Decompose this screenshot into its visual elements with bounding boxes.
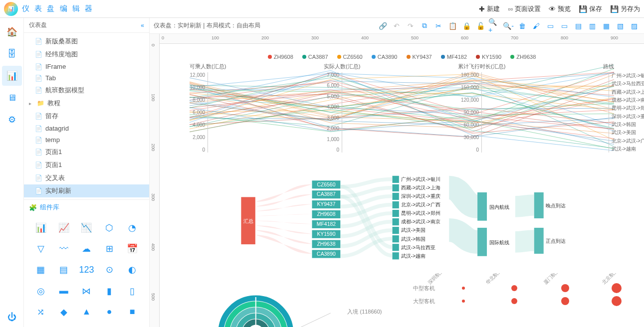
- svg-text:正点到达: 正点到达: [546, 238, 566, 244]
- nav-screen[interactable]: 🖥: [2, 88, 22, 108]
- header-actions: ✚新建 ▫▫页面设置 👁预览 💾保存 💾另存为: [479, 4, 640, 13]
- component-item[interactable]: ▦: [30, 261, 52, 279]
- tree-label: temp: [45, 136, 60, 144]
- axis-tick: 2,000: [190, 135, 206, 140]
- align-5-icon[interactable]: ▨: [628, 20, 640, 32]
- save-button[interactable]: 💾保存: [579, 4, 602, 13]
- legend-item[interactable]: CZ6560: [337, 54, 363, 60]
- component-item[interactable]: 〰: [53, 240, 75, 258]
- nav-dashboard[interactable]: 📊: [2, 66, 22, 86]
- brush-icon[interactable]: 🖌: [530, 20, 542, 32]
- tree-item[interactable]: 📄IFrame: [24, 61, 149, 72]
- tree-label: Tab: [45, 74, 56, 82]
- legend-item[interactable]: ZH9638: [510, 54, 536, 60]
- collapse-icon[interactable]: «: [141, 22, 144, 29]
- pie-chart[interactable]: 入境 (118660): [165, 273, 397, 327]
- tree-item[interactable]: 📄新版桑基图: [24, 35, 149, 48]
- component-lib-header[interactable]: 🧩 组件库: [24, 199, 149, 215]
- component-item[interactable]: 📈: [53, 219, 75, 237]
- component-item[interactable]: ⊞: [98, 240, 120, 258]
- component-item[interactable]: ■: [121, 303, 143, 321]
- svg-text:昆明->武汉->郑州: 昆明->武汉->郑州: [401, 210, 440, 216]
- align-3-icon[interactable]: ▦: [600, 20, 612, 32]
- component-item[interactable]: ▮: [98, 282, 120, 300]
- legend-item[interactable]: MF4182: [441, 54, 467, 60]
- nav-home[interactable]: 🏠: [2, 22, 22, 42]
- tree-item[interactable]: 📄页面1: [24, 159, 149, 171]
- legend-item[interactable]: CA3890: [372, 54, 398, 60]
- legend-label: KY9437: [413, 54, 432, 60]
- align-4-icon[interactable]: ▧: [614, 20, 626, 32]
- component-item[interactable]: 📊: [30, 219, 52, 237]
- legend-item[interactable]: CA3887: [302, 54, 328, 60]
- component-item[interactable]: ▯: [121, 282, 143, 300]
- cut-icon[interactable]: ✂: [432, 20, 444, 32]
- component-item[interactable]: ◔: [121, 219, 143, 237]
- link-icon[interactable]: 🔗: [377, 20, 389, 32]
- nav-data[interactable]: 🗄: [2, 44, 22, 64]
- nav-settings[interactable]: ⚙: [2, 110, 22, 130]
- svg-rect-26: [393, 210, 399, 217]
- zoom-in-icon[interactable]: 🔍+: [488, 20, 500, 32]
- left-nav: 🏠 🗄 📊 🖥 ⚙ ⏻: [0, 18, 24, 327]
- legend-item[interactable]: KY1590: [476, 54, 501, 60]
- page-settings-button[interactable]: ▫▫页面设置: [508, 4, 541, 13]
- legend-item[interactable]: KY9437: [407, 54, 432, 60]
- zoom-out-icon[interactable]: 🔍-: [502, 20, 514, 32]
- align-1-icon[interactable]: ▤: [572, 20, 584, 32]
- axis-tick: 150,000: [461, 85, 479, 90]
- component-item[interactable]: ☁: [76, 240, 98, 258]
- nav-power[interactable]: ⏻: [2, 307, 22, 327]
- align-2-icon[interactable]: ▥: [586, 20, 598, 32]
- component-item[interactable]: ▬: [53, 282, 75, 300]
- undo-icon[interactable]: ↶: [391, 20, 403, 32]
- tree-item[interactable]: 📄航班数据模型: [24, 84, 149, 97]
- tree-item[interactable]: 📄页面1: [24, 146, 149, 159]
- component-item[interactable]: ⊙: [98, 261, 120, 279]
- component-item[interactable]: ▲: [76, 303, 98, 321]
- component-item[interactable]: 📉: [76, 219, 98, 237]
- tree-item[interactable]: 📄经纬度地图: [24, 48, 149, 61]
- settings-icon: ▫▫: [508, 5, 513, 13]
- component-item[interactable]: ⋈: [76, 282, 98, 300]
- component-item[interactable]: ◆: [53, 303, 75, 321]
- copy-icon[interactable]: ⧉: [419, 20, 430, 32]
- legend-label: ZH9638: [516, 54, 536, 60]
- tree-item[interactable]: 📄实时刷新: [24, 184, 149, 197]
- tree-item[interactable]: 📄交叉表: [24, 171, 149, 184]
- svg-text:广州->武汉->银川: 广州->武汉->银川: [401, 176, 440, 182]
- paste-icon[interactable]: 📋: [446, 20, 458, 32]
- sankey-chart[interactable]: 汇总CZ6560CA3887KY9437ZH9608MF4182KY1590ZH…: [165, 168, 639, 268]
- tree-item[interactable]: 📄Tab: [24, 72, 149, 84]
- legend-item[interactable]: ZH9608: [268, 54, 293, 60]
- component-item[interactable]: ⬡: [98, 219, 120, 237]
- delete-icon[interactable]: 🗑: [516, 20, 528, 32]
- canvas[interactable]: ZH9608CA3887CZ6560CA3890KY9437MF4182KY15…: [160, 44, 644, 327]
- bubble-chart[interactable]: 深圳航空华北航空厦门航空北京航空中型客机大型客机: [407, 273, 640, 327]
- redo-icon[interactable]: ↷: [405, 20, 417, 32]
- parallel-axis: 累计飞行时长(汇总)180,000150,000120,00090,00060,…: [458, 63, 505, 153]
- component-item[interactable]: ●: [98, 303, 120, 321]
- tree-item[interactable]: 📄datagrid: [24, 123, 149, 134]
- component-item[interactable]: ◐: [121, 261, 143, 279]
- tree-item[interactable]: 📄留存: [24, 110, 149, 123]
- component-item[interactable]: 123: [76, 261, 98, 279]
- component-item[interactable]: ◎: [30, 282, 52, 300]
- tree-item[interactable]: 📄temp: [24, 134, 149, 146]
- unlock-icon[interactable]: 🔓: [474, 20, 486, 32]
- preview-button[interactable]: 👁预览: [549, 4, 571, 13]
- component-item[interactable]: 📅: [121, 240, 143, 258]
- layer-back-icon[interactable]: ▭: [558, 20, 570, 32]
- save-as-button[interactable]: 💾另存为: [610, 4, 640, 13]
- new-button[interactable]: ✚新建: [479, 4, 500, 13]
- parallel-chart[interactable]: ZH9608CA3887CZ6560CA3890KY9437MF4182KY15…: [165, 49, 639, 164]
- component-item[interactable]: ▽: [30, 240, 52, 258]
- canvas-scroll[interactable]: 0100200300400500600700800900 ZH9608CA388…: [160, 34, 644, 327]
- component-item[interactable]: ⤮: [30, 303, 52, 321]
- ruler-horizontal: 0100200300400500600700800900: [160, 34, 644, 44]
- lock-icon[interactable]: 🔒: [460, 20, 472, 32]
- tree-item[interactable]: ▸📁教程: [24, 97, 149, 110]
- component-item[interactable]: ▤: [53, 261, 75, 279]
- layer-front-icon[interactable]: ▭: [544, 20, 556, 32]
- legend-dot-icon: [372, 55, 376, 59]
